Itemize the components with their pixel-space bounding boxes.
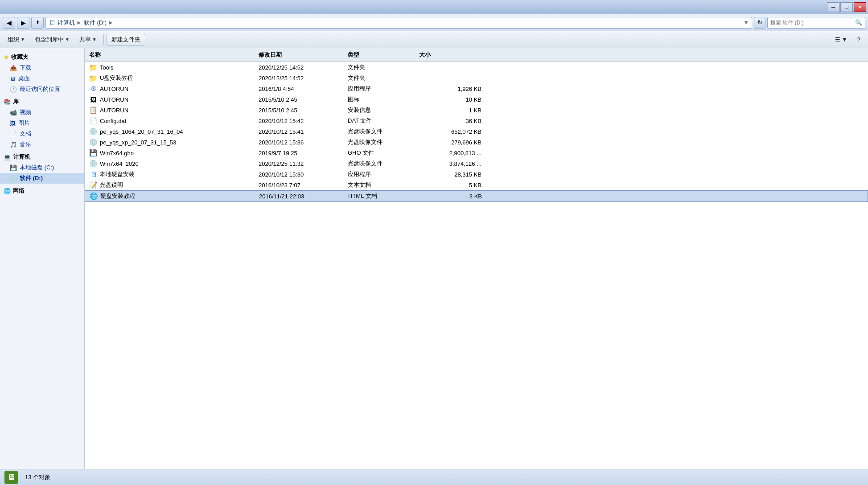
table-row[interactable]: 📋 AUTORUN 2015/5/10 2:45 安装信息 1 KB: [85, 105, 868, 115]
toolbar: 组织 ▼ 包含到库中 ▼ 共享 ▼ 新建文件夹 ☰ ▼ ?: [0, 31, 868, 48]
maximize-button[interactable]: □: [840, 2, 853, 12]
col-date[interactable]: 修改日期: [254, 49, 343, 60]
address-pill[interactable]: 🖥 计算机 ► 软件 (D:) ► ▼: [45, 17, 752, 29]
col-name[interactable]: 名称: [85, 49, 254, 60]
library-button[interactable]: 包含到库中 ▼: [31, 34, 74, 45]
address-bar: ◀ ▶ ⬆ 🖥 计算机 ► 软件 (D:) ► ▼ ↻ 🔍: [0, 14, 868, 31]
sidebar-item-picture[interactable]: 🖼 图片: [0, 118, 84, 128]
table-row[interactable]: ⚙ AUTORUN 2016/1/8 4:54 应用程序 1,926 KB: [85, 83, 868, 94]
video-icon: 📹: [10, 109, 17, 116]
search-input[interactable]: [770, 20, 855, 26]
file-icon: 📁: [89, 74, 97, 82]
file-type: 光盘映像文件: [343, 159, 415, 169]
up-button[interactable]: ⬆: [31, 17, 44, 29]
file-name-text: AUTORUN: [100, 86, 128, 92]
help-button[interactable]: ?: [853, 34, 864, 45]
table-row[interactable]: 📁 U盘安装教程 2020/12/25 14:52 文件夹: [85, 73, 868, 83]
refresh-button[interactable]: ↻: [754, 17, 765, 29]
ddrive-label: 软件 (D:): [20, 174, 43, 182]
table-row[interactable]: 🖥 本地硬盘安装 2020/10/12 15:30 应用程序 28,315 KB: [85, 169, 868, 180]
minimize-button[interactable]: ─: [827, 2, 839, 12]
sidebar-item-ddrive[interactable]: 💿 软件 (D:): [0, 173, 84, 184]
table-row[interactable]: 📁 Tools 2020/12/25 14:52 文件夹: [85, 62, 868, 73]
col-type[interactable]: 类型: [343, 49, 415, 60]
file-icon: 📋: [89, 106, 97, 114]
share-button[interactable]: 共享 ▼: [75, 34, 101, 45]
file-name-text: AUTORUN: [100, 107, 128, 114]
organize-label: 组织: [8, 36, 19, 44]
file-date: 2020/10/12 15:30: [254, 170, 343, 179]
sidebar-favorites-header[interactable]: ★ 收藏夹: [0, 52, 84, 62]
breadcrumb-computer[interactable]: 计算机 ►: [58, 19, 82, 27]
dropdown-arrow[interactable]: ▼: [743, 19, 749, 26]
music-icon: 🎵: [10, 141, 17, 148]
sidebar-section-library: 📚 库 📹 视频 🖼 图片 📄 文档 🎵 音乐: [0, 96, 84, 150]
table-row[interactable]: 🖼 AUTORUN 2015/5/10 2:45 图标 10 KB: [85, 94, 868, 105]
file-name-text: Tools: [100, 64, 113, 71]
file-name: 📁 Tools: [85, 62, 254, 72]
table-row[interactable]: 💿 pe_yqs_xp_20_07_31_15_53 2020/10/12 15…: [85, 137, 868, 148]
table-row[interactable]: 🌐 硬盘安装教程 2016/11/21 22:03 HTML 文档 3 KB: [85, 190, 868, 202]
sidebar-network-header[interactable]: 🌐 网络: [0, 185, 84, 196]
file-size: 5 KB: [415, 181, 486, 189]
table-row[interactable]: 💿 Win7x64_2020 2020/12/25 11:32 光盘映像文件 3…: [85, 158, 868, 169]
downloads-icon: 📥: [10, 65, 17, 71]
recent-icon: 🕐: [10, 86, 17, 93]
recent-label: 最近访问的位置: [20, 85, 60, 93]
file-list-container: 名称 修改日期 类型 大小 📁 Tools 2020/12/25 14:52 文…: [85, 48, 868, 469]
search-icon[interactable]: 🔍: [855, 19, 862, 26]
search-box[interactable]: 🔍: [767, 17, 865, 29]
file-date: 2016/11/21 22:03: [255, 192, 344, 201]
cdrive-icon: 💾: [10, 164, 17, 171]
sidebar-item-video[interactable]: 📹 视频: [0, 107, 84, 118]
sidebar-item-desktop[interactable]: 🖥 桌面: [0, 73, 84, 84]
breadcrumb-drive[interactable]: 软件 (D:) ►: [84, 19, 114, 27]
sidebar-library-header[interactable]: 📚 库: [0, 96, 84, 107]
view-icon: ☰: [835, 36, 840, 43]
file-type: 应用程序: [343, 84, 415, 94]
sidebar-item-music[interactable]: 🎵 音乐: [0, 139, 84, 150]
file-name-text: U盘安装教程: [100, 74, 133, 82]
file-icon: 💿: [89, 160, 97, 168]
organize-button[interactable]: 组织 ▼: [4, 34, 29, 45]
computer-label: 计算机: [13, 153, 30, 161]
file-type: 应用程序: [343, 169, 415, 179]
sidebar-item-downloads[interactable]: 📥 下载: [0, 62, 84, 73]
toolbar-right: ☰ ▼ ?: [831, 34, 864, 45]
file-name: 💿 pe_yqs_xp_20_07_31_15_53: [85, 137, 254, 147]
file-size: 652,072 KB: [415, 127, 486, 136]
document-label: 文档: [20, 130, 31, 138]
table-row[interactable]: 💿 pe_yqs_1064_20_07_31_16_04 2020/10/12 …: [85, 126, 868, 137]
back-button[interactable]: ◀: [3, 17, 15, 29]
file-name: ⚙ AUTORUN: [85, 84, 254, 94]
change-view-button[interactable]: ☰ ▼: [831, 34, 852, 45]
drive-label: 软件 (D:): [84, 19, 107, 27]
file-type: DAT 文件: [343, 116, 415, 126]
file-icon: 🌐: [90, 192, 98, 200]
col-size[interactable]: 大小: [415, 49, 486, 60]
sidebar-computer-header[interactable]: 💻 计算机: [0, 152, 84, 162]
file-name: 📁 U盘安装教程: [85, 73, 254, 83]
table-row[interactable]: 📄 Config.dat 2020/10/12 15:42 DAT 文件 36 …: [85, 115, 868, 126]
sidebar-item-document[interactable]: 📄 文档: [0, 128, 84, 139]
library-dropdown-icon: ▼: [65, 37, 70, 42]
table-row[interactable]: 📝 光盘说明 2016/10/23 7:07 文本文档 5 KB: [85, 180, 868, 190]
file-name-text: 硬盘安装教程: [100, 192, 135, 200]
sidebar-item-recent[interactable]: 🕐 最近访问的位置: [0, 84, 84, 95]
file-size: 1 KB: [415, 106, 486, 115]
file-type: 文件夹: [343, 62, 415, 72]
file-type: 文件夹: [343, 73, 415, 83]
network-label: 网络: [13, 187, 25, 195]
new-folder-button[interactable]: 新建文件夹: [107, 34, 145, 45]
file-type: 光盘映像文件: [343, 127, 415, 136]
forward-button[interactable]: ▶: [17, 17, 29, 29]
file-size: 3 KB: [415, 192, 486, 201]
table-row[interactable]: 💾 Win7x64.gho 2019/9/7 19:25 GHO 文件 2,90…: [85, 148, 868, 158]
organize-dropdown-icon: ▼: [21, 37, 25, 42]
sidebar-item-cdrive[interactable]: 💾 本地磁盘 (C:): [0, 162, 84, 173]
close-button[interactable]: ✕: [854, 2, 866, 12]
file-icon: 📁: [89, 63, 97, 71]
downloads-label: 下载: [20, 64, 31, 72]
view-dropdown-icon: ▼: [842, 36, 847, 43]
file-date: 2015/5/10 2:45: [254, 95, 343, 104]
